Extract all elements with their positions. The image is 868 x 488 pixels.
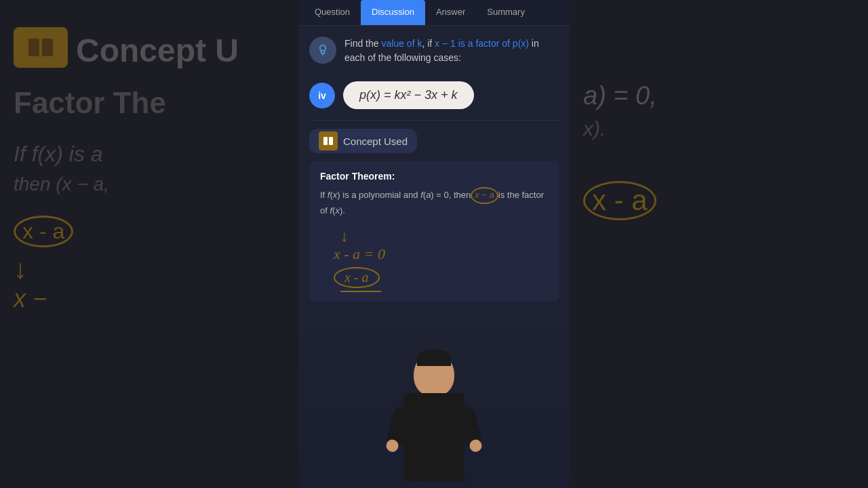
- hw-oval: x - a: [334, 267, 380, 288]
- bg-body1: If f(x) is a: [14, 142, 285, 167]
- presenter-head: [414, 352, 454, 396]
- svg-rect-0: [28, 39, 39, 56]
- concept-section: Concept Used Factor Theorem: If f(x) is …: [298, 121, 570, 310]
- question-area: Find the value of k, if x − 1 is a facto…: [298, 26, 570, 76]
- presenter-figure: [380, 352, 488, 488]
- bulb-icon: [309, 37, 336, 64]
- bg-oval-annotation: x - a: [14, 216, 73, 247]
- tab-bar: Question Discussion Answer Summary: [298, 0, 570, 26]
- svg-rect-6: [329, 137, 333, 145]
- badge-iv: iv: [309, 83, 335, 108]
- hw-underline: [340, 291, 381, 292]
- formula-box: p(x) = kx² − 3x + k: [343, 81, 474, 109]
- tab-summary[interactable]: Summary: [476, 0, 536, 25]
- bg-right-eq1: a) = 0,: [583, 81, 854, 110]
- concept-header: Concept Used: [309, 129, 559, 153]
- bg-body2: then (x − a,: [14, 174, 285, 195]
- svg-point-3: [320, 45, 326, 51]
- tab-question[interactable]: Question: [304, 0, 361, 25]
- bg-arrow: ↓: [14, 254, 285, 285]
- theorem-text: If f(x) is a polynomial and f(a) = 0, th…: [320, 187, 548, 218]
- bg-book-icon: [14, 27, 68, 68]
- question-text: Find the value of k, if x − 1 is a facto…: [344, 37, 559, 65]
- svg-rect-5: [323, 137, 328, 145]
- theorem-box: Factor Theorem: If f(x) is a polynomial …: [309, 161, 559, 302]
- presenter-body: [403, 393, 465, 481]
- tab-discussion[interactable]: Discussion: [361, 0, 425, 25]
- presenter-area: [298, 310, 570, 488]
- question-highlight1: value of k: [381, 38, 422, 49]
- main-panel: Question Discussion Answer Summary Find …: [298, 0, 570, 488]
- svg-rect-1: [42, 39, 53, 56]
- presenter-hand-right: [468, 439, 483, 453]
- presenter-arm-left: [385, 405, 412, 449]
- concept-title: Concept Used: [343, 136, 408, 147]
- bg-left-panel: Concept U Factor The If f(x) is a then (…: [0, 0, 298, 488]
- hw-equation: x - a = 0: [334, 245, 385, 262]
- tab-answer[interactable]: Answer: [425, 0, 476, 25]
- question-highlight2: x − 1 is a factor of p(x): [435, 38, 529, 49]
- hw-arrow: ↓: [340, 226, 548, 245]
- concept-title-bg: Concept Used: [309, 129, 417, 153]
- bg-right-oval: x - a: [583, 181, 656, 220]
- handwritten-area: ↓ x - a = 0 x - a: [320, 226, 548, 292]
- presenter-hand-left: [385, 439, 400, 453]
- bg-factor-title: Factor The: [14, 85, 285, 121]
- bg-xminus: x −: [14, 285, 285, 313]
- bg-right-panel: a) = 0, x). x - a: [570, 0, 868, 488]
- presenter-arm-right: [456, 405, 484, 449]
- bg-right-eq2: x).: [583, 117, 854, 140]
- oval-xa: x − a: [471, 187, 498, 204]
- bg-title-left: Concept U: [76, 31, 239, 70]
- theorem-title: Factor Theorem:: [320, 171, 548, 182]
- formula-row: iv p(x) = kx² − 3x + k: [298, 76, 570, 120]
- concept-book-icon: [319, 131, 338, 150]
